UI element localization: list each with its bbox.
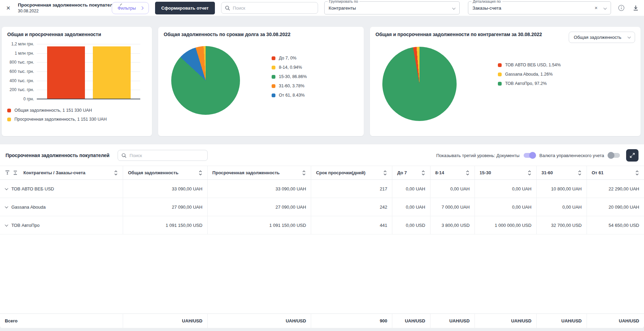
table-empty-area bbox=[0, 234, 644, 313]
expand-icon bbox=[629, 152, 635, 158]
legend-dot bbox=[498, 73, 502, 76]
filters-button[interactable]: Фильтры bbox=[112, 2, 149, 14]
totals-row: Всего UAH/USD UAH/USD 900 UAH/USD UAH/US… bbox=[0, 314, 644, 328]
sort-icon[interactable] bbox=[421, 170, 425, 176]
info-icon[interactable] bbox=[618, 4, 625, 11]
sort-icon[interactable] bbox=[578, 170, 582, 176]
card-debt-by-age: Общая задолженность по срокам долга за 3… bbox=[158, 27, 364, 136]
collapse-all-icon[interactable] bbox=[5, 170, 10, 175]
report-title-block[interactable]: Просроченная задолженность покупателей 3… bbox=[18, 2, 106, 13]
toggle-currency-label: Валюта управленческого учета bbox=[539, 153, 604, 158]
overdue-table-panel: Просроченная задолженность покупателей П… bbox=[0, 144, 644, 328]
legend-item: Общая задолженность, 1 151 330 UAH bbox=[7, 108, 146, 113]
table-row[interactable]: Gassana Abouda 27 090,00 UAH 27 090,00 U… bbox=[0, 198, 644, 216]
table-search[interactable] bbox=[118, 150, 208, 161]
overdue-table: Контрагенты / Заказы-счета Общая задолже… bbox=[0, 166, 644, 234]
card-title: Общая задолженность по срокам долга за 3… bbox=[164, 32, 358, 37]
legend-dot bbox=[7, 118, 11, 121]
row-expand-icon[interactable] bbox=[5, 187, 8, 190]
sort-icon[interactable] bbox=[114, 170, 118, 176]
column-header-counterparties[interactable]: Контрагенты / Заказы-счета bbox=[0, 166, 123, 180]
bar-chart: 1,2 млн грн. 1 млн грн. 800 тыс. грн. 60… bbox=[7, 44, 146, 99]
legend-dot bbox=[272, 84, 275, 88]
generate-report-button[interactable]: Сформировать отчет bbox=[155, 2, 215, 14]
legend-dot bbox=[272, 66, 275, 69]
legend-item: 15-30, 86.86% bbox=[272, 74, 307, 79]
column-header[interactable]: 8-14 bbox=[430, 166, 474, 180]
legend-item: ТОВ АВТО ВЕБ USD, 1.54% bbox=[498, 63, 561, 67]
table-panel-header: Просроченная задолженность покупателей П… bbox=[0, 144, 644, 166]
sort-icon[interactable] bbox=[198, 170, 203, 176]
legend-dot bbox=[498, 63, 502, 67]
card-title: Общая и просроченная задолженности bbox=[7, 32, 146, 37]
table-header-row: Контрагенты / Заказы-счета Общая задолже… bbox=[0, 166, 644, 180]
currency-toggle[interactable] bbox=[608, 153, 620, 158]
search-input[interactable] bbox=[233, 5, 314, 11]
top-toolbar: × Просроченная задолженность покупателей… bbox=[0, 0, 644, 16]
legend-item: Gassana Abouda, 1.26% bbox=[498, 72, 561, 77]
fullscreen-button[interactable] bbox=[626, 149, 638, 162]
table-search-input[interactable] bbox=[130, 153, 204, 158]
metric-select[interactable]: Общая задолженность bbox=[569, 32, 635, 43]
table-row[interactable]: ТОВ АВТО ВЕБ USD 33 090,00 UAH 33 090,00… bbox=[0, 180, 644, 198]
row-expand-icon[interactable] bbox=[5, 205, 8, 208]
column-header[interactable]: От 61 bbox=[587, 166, 644, 180]
search-icon bbox=[225, 5, 230, 11]
toolbar-search[interactable] bbox=[221, 2, 318, 14]
card-title: Общая и просроченная задолженности по ко… bbox=[375, 32, 568, 37]
sort-icon[interactable] bbox=[383, 170, 387, 176]
legend-dot bbox=[272, 75, 275, 79]
legend-item: 31-60, 3.78% bbox=[272, 84, 307, 88]
legend-dot bbox=[272, 93, 275, 97]
table-row[interactable]: ТОВ АвтоПро 1 091 150,00 USD 1 091 150,0… bbox=[0, 216, 644, 234]
group-by-select[interactable]: Группировать по Контрагенты bbox=[324, 1, 460, 14]
pie-legend: ТОВ АВТО ВЕБ USD, 1.54% Gassana Abouda, … bbox=[498, 63, 561, 86]
chevron-down-icon bbox=[452, 6, 456, 10]
bar-chart-plot bbox=[37, 44, 140, 99]
legend-item: До 7, 0% bbox=[272, 56, 307, 60]
chevron-down-icon bbox=[627, 35, 631, 38]
toggle-documents-label: Показывать третий уровень: Документы bbox=[436, 153, 520, 158]
documents-toggle[interactable] bbox=[524, 153, 535, 158]
x-axis-line bbox=[37, 99, 140, 99]
search-icon bbox=[121, 153, 127, 158]
page-title: Просроченная задолженность покупателей bbox=[18, 2, 118, 8]
sort-icon[interactable] bbox=[635, 170, 639, 176]
column-header[interactable]: До 7 bbox=[392, 166, 430, 180]
bar-total-debt bbox=[47, 46, 85, 99]
legend-item: Просроченная задолженность, 1 151 330 UA… bbox=[7, 117, 146, 122]
legend-item: От 61, 8.43% bbox=[272, 93, 307, 98]
close-icon[interactable]: × bbox=[5, 4, 12, 11]
sort-icon[interactable] bbox=[302, 170, 306, 176]
detail-by-select[interactable]: Детализация по Заказы-счета × bbox=[468, 1, 611, 14]
bar-chart-legend: Общая задолженность, 1 151 330 UAH Проср… bbox=[7, 108, 146, 122]
report-date: 30.08.2022 bbox=[18, 9, 106, 13]
column-header[interactable]: Просроченная задолженность bbox=[207, 166, 311, 180]
legend-dot bbox=[498, 82, 502, 86]
legend-dot bbox=[272, 56, 275, 60]
card-debt-by-counterparty: Общая и просроченная задолженности по ко… bbox=[370, 27, 641, 136]
column-header[interactable]: Срок просрочки(дней) bbox=[311, 166, 392, 180]
chevron-down-icon bbox=[603, 6, 607, 10]
download-icon[interactable] bbox=[632, 4, 639, 11]
column-header[interactable]: Общая задолженность bbox=[123, 166, 207, 180]
expand-all-icon[interactable] bbox=[13, 170, 18, 175]
bar-overdue-debt bbox=[93, 46, 131, 99]
column-header[interactable]: 15-30 bbox=[474, 166, 536, 180]
chevron-right-icon bbox=[140, 6, 144, 10]
legend-item: 8-14, 0.94% bbox=[272, 65, 307, 70]
table-footer: Всего UAH/USD UAH/USD 900 UAH/USD UAH/US… bbox=[0, 313, 644, 328]
column-header[interactable]: 31-60 bbox=[536, 166, 587, 180]
pie-legend: До 7, 0% 8-14, 0.94% 15-30, 86.86% 31-60… bbox=[272, 56, 307, 98]
charts-row: Общая и просроченная задолженности 1,2 м… bbox=[0, 16, 644, 136]
table-title: Просроченная задолженность покупателей bbox=[6, 153, 109, 158]
sort-icon[interactable] bbox=[466, 170, 470, 176]
pie-chart-debt-age bbox=[171, 46, 240, 115]
card-total-overdue-bars: Общая и просроченная задолженности 1,2 м… bbox=[2, 27, 152, 136]
clear-icon[interactable]: × bbox=[594, 5, 598, 11]
legend-item: ТОВ АвтоПро, 97.2% bbox=[498, 81, 561, 86]
sort-icon[interactable] bbox=[527, 170, 532, 176]
row-expand-icon[interactable] bbox=[5, 223, 8, 227]
pie-chart-counterparties bbox=[382, 47, 457, 121]
legend-dot bbox=[7, 109, 11, 112]
